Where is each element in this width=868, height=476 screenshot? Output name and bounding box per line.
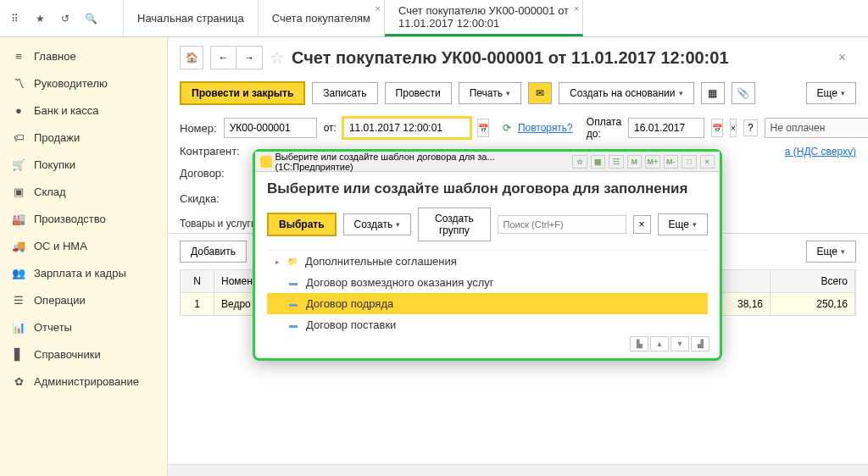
select-button[interactable]: Выбрать	[267, 213, 337, 236]
dialog-body: Выберите или создайте шаблон договора дл…	[255, 172, 720, 344]
more-goods-button[interactable]: Еще	[806, 241, 856, 263]
nav-up-button[interactable]: ▲	[650, 336, 669, 351]
scrollbar[interactable]	[168, 464, 868, 476]
m-button[interactable]: M	[627, 155, 642, 169]
number-label: Номер:	[180, 122, 217, 135]
tool-icon[interactable]: ☆	[572, 155, 587, 169]
print-button[interactable]: Печать	[459, 82, 521, 104]
add-row-button[interactable]: Добавить	[180, 241, 247, 263]
tool-icon[interactable]: ☷	[609, 155, 623, 169]
write-button[interactable]: Записать	[312, 82, 377, 104]
item-icon: ▬	[287, 299, 299, 308]
app-topbar: ⠿ ★ ↺ 🔍 Начальная страница Счета покупат…	[0, 0, 868, 37]
help-button[interactable]: ?	[743, 119, 758, 136]
calendar-button[interactable]: 📅	[711, 119, 723, 137]
sidebar-item-purchases[interactable]: 🛒Покупки	[0, 151, 167, 178]
sidebar-item-assets[interactable]: 🚚ОС и НМА	[0, 232, 167, 259]
nav-last-button[interactable]: ▟	[691, 336, 709, 351]
maximize-button[interactable]: □	[682, 155, 696, 169]
page-title: Счет покупателю УК00-000001 от 11.01.201…	[292, 48, 729, 68]
create-group-button[interactable]: Создать группу	[418, 208, 490, 241]
contract-label: Договор:	[180, 167, 251, 180]
history-icon[interactable]: ↺	[58, 11, 73, 26]
discount-label: Скидка:	[180, 192, 251, 205]
favorite-toggle[interactable]: ☆	[270, 47, 285, 68]
date-input[interactable]	[343, 118, 470, 138]
nav-down-button[interactable]: ▼	[670, 336, 689, 351]
home-button[interactable]: 🏠	[180, 46, 203, 69]
sidebar-item-production[interactable]: 🏭Производство	[0, 205, 167, 232]
status-input[interactable]	[765, 118, 868, 138]
nav-group: ← →	[210, 46, 263, 69]
tree-item[interactable]: ▬ Договор возмездного оказания услуг	[267, 272, 708, 293]
sidebar-item-manager[interactable]: 〽Руководителю	[0, 69, 167, 97]
search-icon[interactable]: 🔍	[83, 11, 98, 26]
close-icon[interactable]: ×	[376, 3, 381, 14]
tab-invoices[interactable]: Счета покупателям×	[259, 0, 385, 36]
tree-item-selected[interactable]: ▬ Договор подряда	[267, 293, 708, 314]
clear-button[interactable]: ×	[730, 119, 737, 137]
dialog-titlebar[interactable]: Выберите или создайте шаблон договора дл…	[255, 152, 720, 172]
book-icon: ▋	[12, 347, 25, 361]
post-and-close-button[interactable]: Провести и закрыть	[180, 81, 305, 105]
contragent-label: Контрагент:	[180, 145, 251, 158]
repeat-icon[interactable]: ⟳	[503, 122, 511, 134]
vat-link[interactable]: а (НДС сверху)	[785, 146, 856, 158]
dialog-more-button[interactable]: Еще	[658, 213, 708, 235]
from-label: от:	[324, 122, 337, 134]
payuntil-label: Оплата до:	[587, 116, 621, 140]
create-button[interactable]: Создать	[343, 213, 412, 235]
close-button[interactable]: ×	[700, 155, 715, 169]
tool-icon[interactable]: ▦	[591, 155, 605, 169]
close-page-button[interactable]: ×	[838, 50, 846, 65]
close-icon[interactable]: ×	[574, 3, 579, 14]
sidebar-item-catalogs[interactable]: ▋Справочники	[0, 340, 167, 368]
sidebar-item-reports[interactable]: 📊Отчеты	[0, 313, 167, 340]
expand-icon[interactable]: ▸	[275, 257, 280, 266]
payuntil-input[interactable]	[628, 118, 704, 138]
template-tree: ▸ 📁 Дополнительные соглашения ▬ Договор …	[267, 250, 708, 335]
mail-button[interactable]: ✉	[528, 82, 552, 104]
apps-icon[interactable]: ⠿	[7, 11, 22, 26]
mminus-button[interactable]: M-	[664, 155, 678, 169]
nav-first-button[interactable]: ▙	[630, 336, 648, 351]
number-input[interactable]	[224, 118, 317, 138]
more-button[interactable]: Еще	[806, 82, 856, 104]
mplus-button[interactable]: M+	[645, 155, 659, 169]
col-n: N	[181, 270, 214, 292]
sidebar: ≡Главное 〽Руководителю ●Банк и касса 🏷Пр…	[0, 37, 168, 476]
repeat-link[interactable]: Повторять?	[518, 122, 573, 134]
sidebar-item-stock[interactable]: ▣Склад	[0, 178, 167, 205]
star-icon[interactable]: ★	[32, 11, 47, 26]
search-input[interactable]	[498, 215, 626, 234]
chart-up-icon: 〽	[12, 76, 25, 90]
list-icon: ☰	[12, 293, 25, 307]
row-number: Номер: от: 📅 ⟳ Повторять? Оплата до: 📅 ×…	[168, 113, 868, 142]
boxes-icon: ▣	[12, 185, 25, 198]
tree-item[interactable]: ▬ Договор поставки	[267, 314, 708, 335]
sidebar-item-operations[interactable]: ☰Операции	[0, 286, 167, 313]
back-button[interactable]: ←	[211, 47, 236, 69]
forward-button[interactable]: →	[236, 47, 262, 69]
attach-button[interactable]: 📎	[732, 82, 755, 104]
coin-icon: ●	[12, 103, 25, 117]
factory-icon: 🏭	[12, 212, 25, 225]
tab-home[interactable]: Начальная страница	[124, 0, 259, 36]
sidebar-item-salary[interactable]: 👥Зарплата и кадры	[0, 259, 167, 286]
tab-invoice-detail[interactable]: Счет покупателю УК00-000001 от 11.01.201…	[385, 0, 583, 36]
sidebar-item-sales[interactable]: 🏷Продажи	[0, 124, 167, 151]
dialog-window-label: Выберите или создайте шаблон договора дл…	[275, 152, 566, 172]
page-header: 🏠 ← → ☆ Счет покупателю УК00-000001 от 1…	[168, 37, 868, 78]
dialog-footer-nav: ▙ ▲ ▼ ▟	[630, 336, 709, 351]
clear-search-button[interactable]: ×	[633, 215, 651, 234]
people-icon: 👥	[12, 266, 25, 280]
tabs-container: Начальная страница Счета покупателям× Сч…	[124, 0, 868, 36]
report-button[interactable]: ▦	[701, 82, 725, 104]
sidebar-item-admin[interactable]: ✿Администрирование	[0, 368, 167, 395]
create-based-button[interactable]: Создать на основании	[559, 82, 694, 104]
post-button[interactable]: Провести	[385, 82, 452, 104]
sidebar-item-bank[interactable]: ●Банк и касса	[0, 97, 167, 124]
sidebar-item-main[interactable]: ≡Главное	[0, 42, 167, 69]
calendar-button[interactable]: 📅	[477, 119, 489, 137]
tree-folder[interactable]: ▸ 📁 Дополнительные соглашения	[267, 251, 708, 272]
